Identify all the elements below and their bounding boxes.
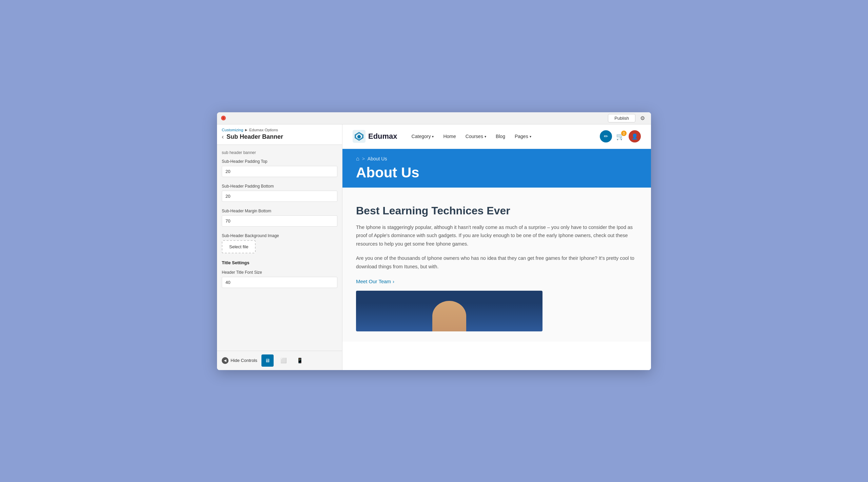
sidebar: Customizing ► Edumax Options ‹ Sub Heade… [217, 124, 342, 370]
padding-bottom-field: Sub-Header Padding Bottom [222, 184, 337, 202]
sub-header-breadcrumb: ⌂ > About Us [356, 156, 637, 162]
title-settings-heading: Title Settings [222, 260, 337, 265]
tablet-view-button[interactable]: ⬜ [278, 354, 290, 367]
breadcrumb-customizing[interactable]: Customizing [222, 128, 243, 132]
nav-category[interactable]: Category ▾ [408, 132, 438, 141]
team-image [356, 291, 542, 331]
content-paragraph-2: Are you one of the thousands of Iphone o… [356, 254, 637, 271]
page-content: Best Learning Technices Ever The Iphone … [342, 188, 651, 342]
logo-area: Edumax [353, 130, 397, 143]
hide-controls-label: Hide Controls [231, 358, 257, 363]
desktop-view-button[interactable]: 🖥 [261, 354, 274, 367]
site-header: Edumax Category ▾ Home Courses [342, 124, 651, 149]
courses-caret: ▾ [485, 135, 486, 138]
person-head [432, 301, 466, 331]
content-paragraph-1: The Iphone is staggeringly popular, alth… [356, 223, 637, 248]
sidebar-footer: ◀ Hide Controls 🖥 ⬜ 📱 [217, 351, 342, 370]
close-button[interactable]: × [221, 116, 226, 120]
padding-top-label: Sub-Header Padding Top [222, 159, 337, 164]
content-heading: Best Learning Technices Ever [356, 205, 637, 217]
padding-bottom-input[interactable] [222, 191, 337, 202]
pages-caret: ▾ [530, 135, 531, 138]
nav-home[interactable]: Home [439, 132, 460, 141]
margin-bottom-field: Sub-Header Margin Bottom [222, 209, 337, 227]
browser-window: × Publish ⚙ Customizing ► Edumax Options… [217, 112, 651, 370]
meet-team-arrow: › [393, 278, 394, 284]
sidebar-title: Sub Header Banner [226, 133, 283, 140]
padding-bottom-label: Sub-Header Padding Bottom [222, 184, 337, 189]
cart-icon[interactable]: 🛒 0 [616, 132, 625, 140]
breadcrumb-sep-icon: > [362, 156, 365, 161]
margin-bottom-label: Sub-Header Margin Bottom [222, 209, 337, 213]
hide-icon: ◀ [222, 357, 229, 364]
margin-bottom-input[interactable] [222, 215, 337, 227]
hide-controls-button[interactable]: ◀ Hide Controls [222, 357, 257, 364]
back-button[interactable]: ‹ [222, 133, 224, 140]
sidebar-back: ‹ Sub Header Banner [222, 133, 337, 140]
site-nav: Category ▾ Home Courses ▾ Blog [408, 132, 535, 141]
settings-button[interactable]: ⚙ [638, 114, 647, 122]
cart-badge: 0 [621, 131, 627, 136]
select-file-button[interactable]: Select file [222, 240, 256, 253]
breadcrumb-sep: ► [244, 128, 249, 132]
sub-header-banner: ⌂ > About Us About Us [342, 149, 651, 188]
logo-icon [353, 130, 366, 143]
nav-right: ✏ 🛒 0 👤 [600, 130, 641, 142]
meet-team-link[interactable]: Meet Our Team › [356, 278, 394, 284]
top-bar: × Publish ⚙ [217, 112, 651, 124]
edit-icon: ✏ [600, 130, 612, 142]
font-size-input[interactable] [222, 277, 337, 288]
breadcrumb-options: Edumax Options [249, 128, 278, 132]
nav-courses[interactable]: Courses ▾ [461, 132, 490, 141]
breadcrumb-about: About Us [368, 156, 387, 161]
font-size-field: Header Title Font Size [222, 270, 337, 288]
category-caret: ▾ [432, 135, 434, 138]
font-size-label: Header Title Font Size [222, 270, 337, 275]
sidebar-header: Customizing ► Edumax Options ‹ Sub Heade… [217, 124, 342, 145]
padding-top-input[interactable] [222, 166, 337, 177]
user-avatar[interactable]: 👤 [629, 130, 641, 142]
breadcrumb: Customizing ► Edumax Options [222, 128, 337, 132]
page-title: About Us [356, 165, 637, 181]
logo-text: Edumax [368, 132, 397, 141]
publish-button[interactable]: Publish [608, 114, 635, 122]
nav-pages[interactable]: Pages ▾ [511, 132, 535, 141]
team-person-silhouette [356, 291, 542, 331]
preview-area: Edumax Category ▾ Home Courses [342, 124, 651, 370]
home-icon: ⌂ [356, 156, 359, 162]
section-label: sub header banner [222, 150, 337, 155]
mobile-view-button[interactable]: 📱 [294, 354, 306, 367]
bg-image-label: Sub-Header Background Image [222, 233, 337, 238]
nav-blog[interactable]: Blog [492, 132, 509, 141]
meet-team-label: Meet Our Team [356, 278, 391, 284]
close-icon: × [222, 116, 224, 120]
main-layout: Customizing ► Edumax Options ‹ Sub Heade… [217, 124, 651, 370]
padding-top-field: Sub-Header Padding Top [222, 159, 337, 177]
sidebar-content: sub header banner Sub-Header Padding Top… [217, 145, 342, 351]
preview-inner: Edumax Category ▾ Home Courses [342, 124, 651, 370]
bg-image-field: Sub-Header Background Image Select file [222, 233, 337, 253]
